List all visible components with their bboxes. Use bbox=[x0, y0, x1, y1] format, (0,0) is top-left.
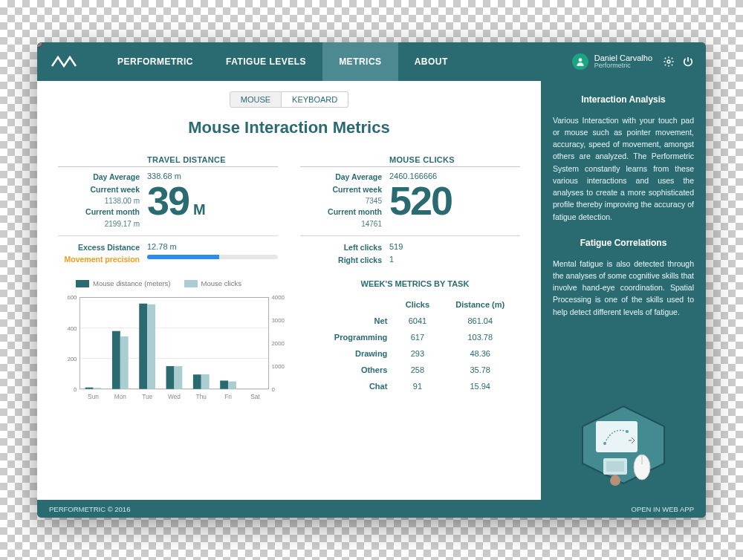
clicks-week-val: 7345 bbox=[300, 197, 382, 205]
open-web-app-link[interactable]: OPEN IN WEB APP bbox=[632, 505, 694, 513]
subtab-mouse[interactable]: MOUSE bbox=[230, 91, 282, 108]
svg-text:Sat: Sat bbox=[250, 394, 260, 401]
footer: PERFORMETRIC © 2016 OPEN IN WEB APP bbox=[37, 500, 706, 518]
legend-distance: Mouse distance (meters) bbox=[76, 279, 171, 287]
svg-rect-44 bbox=[612, 475, 618, 481]
avatar-icon bbox=[572, 53, 588, 70]
tasks-table: ClicksDistance (m) Net6041861.04Programm… bbox=[310, 296, 520, 395]
user-profile[interactable]: Daniel Carvalho Performetric bbox=[572, 53, 652, 70]
svg-text:2000: 2000 bbox=[271, 340, 285, 347]
side-title-2: Fatigue Correlations bbox=[553, 236, 694, 250]
body: MOUSE KEYBOARD Mouse Interaction Metrics… bbox=[37, 81, 706, 500]
travel-month-label: Current month bbox=[58, 206, 140, 218]
table-row: Others25835.78 bbox=[311, 362, 519, 377]
clicks-day-avg-label: Day Average bbox=[300, 172, 382, 183]
precision-label: Movement precision bbox=[58, 255, 140, 264]
precision-bar bbox=[147, 255, 278, 259]
footer-copyright: PERFORMETRIC © 2016 bbox=[49, 505, 130, 513]
header-bar: PERFORMETRIC FATIGUE LEVELS METRICS ABOU… bbox=[37, 42, 706, 81]
side-illustration bbox=[553, 331, 694, 494]
side-title-1: Interaction Analysis bbox=[553, 93, 694, 107]
tasks-title: WEEK'S METRICS BY TASK bbox=[310, 279, 520, 288]
nav-fatigue-levels[interactable]: FATIGUE LEVELS bbox=[210, 42, 322, 81]
svg-rect-32 bbox=[228, 382, 236, 389]
excess-label: Excess Distance bbox=[58, 242, 140, 253]
svg-text:Fri: Fri bbox=[224, 394, 232, 401]
svg-text:0: 0 bbox=[271, 386, 275, 393]
logo-icon bbox=[51, 54, 80, 69]
table-row: Programming617103.78 bbox=[311, 330, 519, 345]
svg-rect-26 bbox=[174, 366, 182, 389]
table-row: Chat9115.94 bbox=[311, 379, 519, 394]
clicks-month-label: Current month bbox=[300, 206, 382, 218]
travel-distance-panel: TRAVEL DISTANCE Day Average 338.68 m Cur… bbox=[58, 155, 278, 266]
side-text-2: Mental fatigue is also detected through … bbox=[553, 258, 694, 318]
table-row: Net6041861.04 bbox=[311, 313, 519, 328]
svg-rect-22 bbox=[139, 304, 147, 389]
side-text-1: Various Interaction with your touch pad … bbox=[553, 114, 694, 223]
right-clicks-label: Right clicks bbox=[300, 255, 382, 266]
legend-clicks: Mouse clicks bbox=[184, 279, 241, 287]
svg-rect-42 bbox=[606, 461, 624, 472]
clicks-section-header: MOUSE CLICKS bbox=[300, 155, 520, 167]
main-nav: PERFORMETRIC FATIGUE LEVELS METRICS ABOU… bbox=[101, 42, 464, 81]
page-title: Mouse Interaction Metrics bbox=[58, 118, 520, 137]
svg-text:0: 0 bbox=[74, 386, 77, 393]
svg-point-0 bbox=[578, 58, 582, 62]
svg-rect-28 bbox=[193, 374, 201, 389]
nav-performetric[interactable]: PERFORMETRIC bbox=[101, 42, 210, 81]
travel-week-label: Current week bbox=[58, 184, 140, 195]
subtab-keyboard[interactable]: KEYBOARD bbox=[282, 91, 348, 108]
svg-point-39 bbox=[603, 442, 606, 445]
svg-rect-17 bbox=[93, 388, 101, 389]
power-icon[interactable] bbox=[682, 56, 694, 68]
travel-big-number: 39 M bbox=[147, 184, 278, 218]
right-clicks-val: 1 bbox=[389, 255, 520, 264]
svg-text:Sun: Sun bbox=[88, 394, 99, 401]
svg-text:Tue: Tue bbox=[142, 394, 152, 401]
svg-text:4000: 4000 bbox=[271, 295, 285, 302]
svg-text:Wed: Wed bbox=[168, 394, 181, 401]
side-panel: Interaction Analysis Various Interaction… bbox=[541, 81, 706, 500]
clicks-big-number: 520 bbox=[389, 184, 520, 218]
svg-rect-16 bbox=[85, 388, 94, 389]
left-clicks-label: Left clicks bbox=[300, 242, 382, 253]
svg-text:3000: 3000 bbox=[271, 317, 285, 324]
svg-point-40 bbox=[626, 430, 629, 433]
svg-rect-25 bbox=[166, 366, 175, 389]
clicks-week-label: Current week bbox=[300, 184, 382, 195]
mouse-clicks-panel: MOUSE CLICKS Day Average 2460.166666 Cur… bbox=[300, 155, 520, 266]
svg-rect-38 bbox=[596, 421, 637, 452]
subtabs: MOUSE KEYBOARD bbox=[58, 91, 520, 108]
svg-point-1 bbox=[667, 60, 670, 63]
weekly-chart: Mouse distance (meters) Mouse clicks 020… bbox=[58, 279, 291, 403]
app-window: ✕ PERFORMETRIC FATIGUE LEVELS METRICS AB… bbox=[37, 42, 706, 518]
svg-rect-23 bbox=[147, 305, 155, 389]
svg-text:200: 200 bbox=[67, 356, 77, 362]
nav-metrics[interactable]: METRICS bbox=[322, 42, 398, 81]
table-row: Drawing29348.36 bbox=[311, 346, 519, 361]
travel-section-header: TRAVEL DISTANCE bbox=[58, 155, 278, 167]
svg-rect-20 bbox=[120, 336, 129, 389]
svg-text:400: 400 bbox=[67, 325, 77, 332]
svg-rect-19 bbox=[112, 331, 120, 389]
travel-month-val: 2199.17 m bbox=[58, 220, 140, 228]
settings-icon[interactable] bbox=[663, 56, 675, 68]
clicks-month-val: 14761 bbox=[300, 220, 382, 228]
nav-about[interactable]: ABOUT bbox=[398, 42, 464, 81]
svg-rect-29 bbox=[201, 374, 210, 389]
svg-rect-31 bbox=[220, 381, 228, 389]
svg-text:Thu: Thu bbox=[196, 394, 207, 401]
excess-val: 12.78 m bbox=[147, 242, 278, 251]
left-clicks-val: 519 bbox=[389, 242, 520, 251]
tasks-table-panel: WEEK'S METRICS BY TASK ClicksDistance (m… bbox=[310, 279, 520, 403]
user-sub: Performetric bbox=[594, 62, 652, 70]
svg-text:600: 600 bbox=[67, 295, 77, 302]
svg-text:1000: 1000 bbox=[271, 363, 285, 370]
travel-week-val: 1138.00 m bbox=[58, 197, 140, 205]
travel-day-avg-label: Day Average bbox=[58, 172, 140, 183]
main-panel: MOUSE KEYBOARD Mouse Interaction Metrics… bbox=[37, 81, 541, 500]
svg-text:Mon: Mon bbox=[114, 394, 127, 401]
